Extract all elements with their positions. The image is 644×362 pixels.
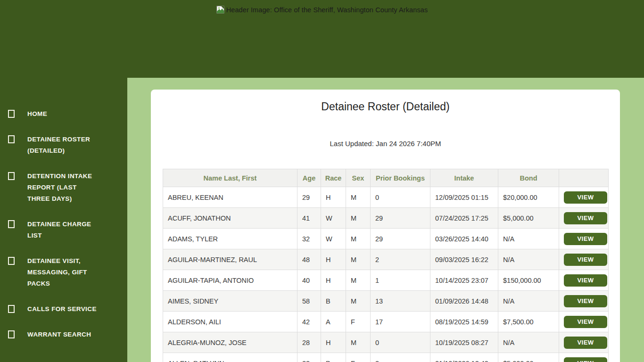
placeholder-square-icon [8,220,15,228]
cell-action: VIEW [559,229,609,249]
cell-action: VIEW [559,249,609,270]
view-button[interactable]: VIEW [564,337,607,349]
placeholder-square-icon [8,110,15,118]
cell-bond: $20,000.00 [498,187,559,208]
table-row: AGUILAR-TAPIA, ANTONIO 40 H M 1 10/14/20… [163,270,609,291]
cell-race: A [321,312,346,332]
cell-prior-bookings: 29 [371,229,430,249]
header-image-alt-text: Header Image: Office of the Sheriff, Was… [226,6,428,14]
cell-bond: N/A [498,332,559,353]
view-button[interactable]: VIEW [564,295,607,307]
sidebar-nav-item-label: DETAINEE ROSTER (DETAILED) [27,134,98,156]
cell-prior-bookings: 1 [371,270,430,291]
table-row: ABREU, KEENAN 29 H M 0 12/09/2025 01:15 … [163,187,609,208]
table-row: ALEGRIA-MUNOZ, JOSE 28 H M 0 10/19/2025 … [163,332,609,353]
last-updated-text: Last Updated: Jan 24 2026 7:40PM [163,140,608,148]
view-button[interactable]: VIEW [564,233,607,245]
content-card: Detainee Roster (Detailed) Last Updated:… [151,90,620,362]
table-column-header: Prior Bookings [371,169,430,187]
view-button[interactable]: VIEW [564,191,607,204]
cell-sex: M [346,270,371,291]
table-column-header: Age [297,169,321,187]
cell-race: H [321,332,346,353]
cell-bond: N/A [498,249,559,270]
cell-bond: N/A [498,291,559,312]
cell-name: AGUILAR-MARTINEZ, RAUL [163,249,297,270]
table-row: ALDERSON, AILI 42 A F 17 08/19/2025 14:5… [163,312,609,332]
cell-action: VIEW [559,353,609,362]
cell-prior-bookings: 0 [371,332,430,353]
cell-name: ALEGRIA-MUNOZ, JOSE [163,332,297,353]
sidebar-nav: HOME DETAINEE ROSTER (DETAILED) DETENTIO… [0,108,127,354]
cell-bond: N/A [498,229,559,249]
cell-action: VIEW [559,312,609,332]
view-button[interactable]: VIEW [564,254,607,266]
cell-sex: F [346,312,371,332]
view-button[interactable]: VIEW [564,357,607,362]
cell-action: VIEW [559,332,609,353]
sidebar-nav-item[interactable]: DETAINEE CHARGE LIST [0,219,127,241]
cell-race: W [321,208,346,229]
cell-prior-bookings: 29 [371,208,430,229]
cell-race: B [321,291,346,312]
cell-intake: 10/14/2025 23:07 [430,270,498,291]
cell-race: H [321,249,346,270]
cell-sex: M [346,229,371,249]
cell-prior-bookings: 0 [371,187,430,208]
sidebar-nav-item[interactable]: WARRANT SEARCH [0,329,127,340]
cell-name: ACUFF, JONATHON [163,208,297,229]
table-row: ALLEN, DATLYNN 22 B F 3 01/10/2026 12:43… [163,353,609,362]
cell-prior-bookings: 3 [371,353,430,362]
cell-bond: $5,000.00 [498,208,559,229]
cell-action: VIEW [559,187,609,208]
cell-sex: M [346,332,371,353]
table-column-header: Bond [498,169,559,187]
cell-age: 40 [297,270,321,291]
sidebar-nav-item[interactable]: DETENTION INTAKE REPORT (LAST THREE DAYS… [0,171,127,205]
view-button[interactable]: VIEW [564,212,607,224]
broken-image-icon [216,6,225,14]
main-content-area: Detainee Roster (Detailed) Last Updated:… [127,78,644,362]
cell-action: VIEW [559,270,609,291]
cell-age: 32 [297,229,321,249]
cell-age: 58 [297,291,321,312]
sidebar-nav-item[interactable]: DETAINEE VISIT, MESSAGING, GIFT PACKS [0,255,127,289]
detainee-table-body: ABREU, KEENAN 29 H M 0 12/09/2025 01:15 … [163,187,609,362]
table-column-header [559,169,609,187]
page-title: Detainee Roster (Detailed) [163,99,608,114]
sidebar-nav-item[interactable]: CALLS FOR SERVICE [0,304,127,315]
cell-prior-bookings: 2 [371,249,430,270]
cell-race: H [321,270,346,291]
placeholder-square-icon [8,330,15,338]
cell-age: 29 [297,187,321,208]
sidebar-nav-item-label: DETAINEE VISIT, MESSAGING, GIFT PACKS [27,255,98,289]
cell-race: W [321,229,346,249]
placeholder-square-icon [8,135,15,143]
cell-age: 48 [297,249,321,270]
cell-name: AGUILAR-TAPIA, ANTONIO [163,270,297,291]
view-button[interactable]: VIEW [564,274,607,287]
cell-intake: 07/24/2025 17:25 [430,208,498,229]
cell-name: ALLEN, DATLYNN [163,353,297,362]
cell-bond: $5,000.00 [498,353,559,362]
table-row: AGUILAR-MARTINEZ, RAUL 48 H M 2 09/03/20… [163,249,609,270]
cell-name: AIMES, SIDNEY [163,291,297,312]
cell-sex: M [346,249,371,270]
cell-action: VIEW [559,291,609,312]
sidebar-nav-item-label: DETENTION INTAKE REPORT (LAST THREE DAYS… [27,171,98,205]
table-column-header: Intake [430,169,498,187]
cell-age: 42 [297,312,321,332]
cell-age: 28 [297,332,321,353]
sidebar-nav-item[interactable]: HOME [0,108,127,120]
cell-intake: 12/09/2025 01:15 [430,187,498,208]
cell-intake: 01/09/2026 14:48 [430,291,498,312]
cell-action: VIEW [559,208,609,229]
cell-intake: 09/03/2025 16:22 [430,249,498,270]
table-column-header: Sex [346,169,371,187]
placeholder-square-icon [8,172,15,180]
sidebar-nav-item-label: WARRANT SEARCH [27,329,98,340]
sidebar-nav-item[interactable]: DETAINEE ROSTER (DETAILED) [0,134,127,156]
view-button[interactable]: VIEW [564,316,607,328]
cell-prior-bookings: 17 [371,312,430,332]
sidebar: HOME DETAINEE ROSTER (DETAILED) DETENTIO… [0,0,127,362]
